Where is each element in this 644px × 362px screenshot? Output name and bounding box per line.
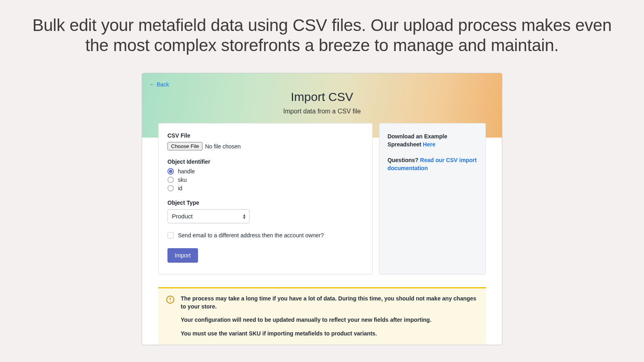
warning-line-2: Your configuration will need to be updat… — [181, 316, 478, 324]
page-headline: Bulk edit your metafield data using CSV … — [0, 0, 644, 55]
email-checkbox-label: Send email to a different address then t… — [178, 232, 324, 239]
object-identifier-group: handle sku id — [167, 168, 363, 191]
radio-sku-label: sku — [178, 177, 187, 183]
choose-file-button[interactable]: Choose File — [167, 142, 202, 150]
warning-text: The process may take a long time if you … — [181, 295, 478, 337]
import-button[interactable]: Import — [167, 248, 198, 263]
warning-line-3: You must use the variant SKU if importin… — [181, 330, 478, 338]
download-example-text: Download an Example Spreadsheet — [388, 133, 448, 148]
radio-id[interactable]: id — [167, 185, 363, 191]
page-subtitle: Import data from a CSV file — [142, 108, 502, 115]
radio-id-label: id — [178, 185, 182, 191]
radio-unselected-icon — [167, 185, 174, 191]
radio-handle-label: handle — [178, 168, 195, 175]
questions-text: Questions? — [388, 157, 420, 163]
radio-sku[interactable]: sku — [167, 177, 363, 183]
radio-handle[interactable]: handle — [167, 168, 363, 175]
email-checkbox-row[interactable]: Send email to a different address then t… — [167, 232, 363, 239]
warning-line-1: The process may take a long time if you … — [181, 295, 478, 311]
download-example-link[interactable]: Here — [423, 141, 436, 148]
object-identifier-label: Object Identifier — [167, 158, 363, 165]
radio-unselected-icon — [167, 177, 174, 183]
help-sidebar: Download an Example Spreadsheet Here Que… — [379, 123, 486, 274]
import-form-panel: CSV File Choose File No file chosen Obje… — [158, 123, 373, 274]
back-link[interactable]: ← Back — [149, 81, 169, 88]
page-title: Import CSV — [142, 90, 502, 104]
object-type-label: Object Type — [167, 200, 363, 206]
warning-banner: The process may take a long time if you … — [158, 287, 486, 345]
svg-rect-1 — [170, 298, 171, 300]
app-window: ← Back Import CSV Import data from a CSV… — [142, 73, 502, 345]
checkbox-unchecked-icon — [167, 232, 174, 239]
file-chosen-status: No file chosen — [205, 143, 241, 150]
svg-rect-2 — [170, 301, 171, 302]
object-type-select[interactable]: Product — [167, 209, 250, 223]
csv-file-label: CSV File — [167, 132, 363, 139]
radio-selected-icon — [167, 168, 174, 175]
warning-icon — [166, 296, 174, 304]
